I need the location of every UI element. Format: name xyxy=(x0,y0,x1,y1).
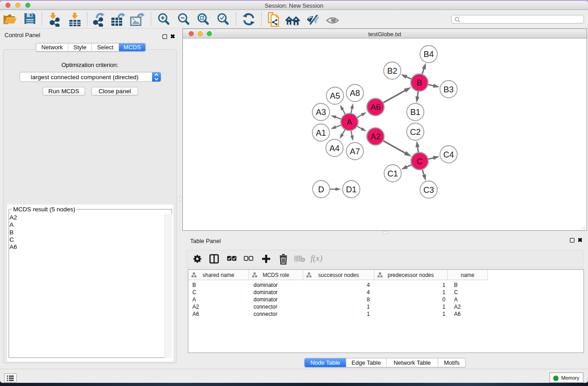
svg-text:A8: A8 xyxy=(350,88,360,98)
svg-text:B3: B3 xyxy=(444,85,454,94)
svg-text:B1: B1 xyxy=(410,107,421,117)
svg-text:A6: A6 xyxy=(370,102,381,112)
svg-text:A7: A7 xyxy=(350,147,360,156)
svg-text:B: B xyxy=(416,78,422,87)
svg-text:A: A xyxy=(347,117,353,127)
svg-text:C2: C2 xyxy=(410,127,421,137)
svg-text:C3: C3 xyxy=(423,185,434,195)
svg-text:C4: C4 xyxy=(443,150,454,159)
svg-text:A4: A4 xyxy=(330,143,340,153)
svg-text:C: C xyxy=(416,157,422,166)
svg-text:D: D xyxy=(318,185,324,194)
svg-text:B4: B4 xyxy=(424,49,434,59)
svg-text:D1: D1 xyxy=(346,185,357,194)
svg-text:A1: A1 xyxy=(316,128,326,138)
svg-text:A5: A5 xyxy=(330,91,340,100)
svg-text:C1: C1 xyxy=(387,169,398,178)
svg-text:B2: B2 xyxy=(387,66,397,76)
svg-text:A2: A2 xyxy=(370,132,381,141)
svg-text:A3: A3 xyxy=(316,107,326,117)
